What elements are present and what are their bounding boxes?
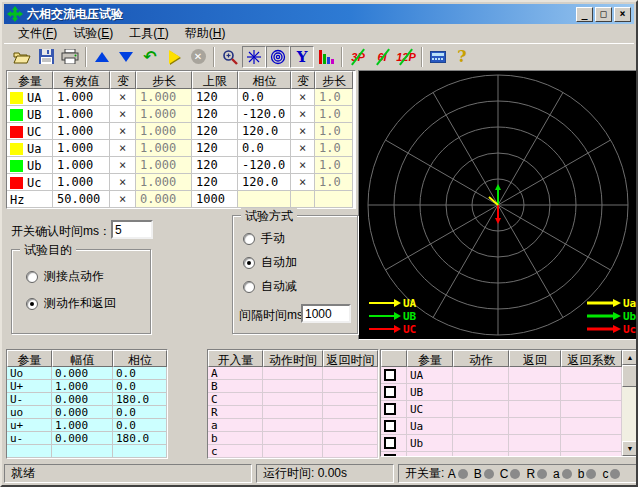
value-cell[interactable]: 1.000 <box>53 140 110 157</box>
vary-toggle-cell[interactable]: × <box>291 89 315 106</box>
table-row: U-0.000180.0 <box>7 393 167 406</box>
interval-input[interactable] <box>301 304 351 323</box>
phasor-view-button[interactable] <box>242 46 266 68</box>
circle-view-button[interactable] <box>266 46 290 68</box>
vary-toggle-cell[interactable]: × <box>291 140 315 157</box>
checkbox[interactable] <box>384 420 396 432</box>
limit-cell[interactable]: 120 <box>192 157 238 174</box>
checkbox[interactable] <box>384 403 396 415</box>
radio-action-return[interactable]: 测动作和返回 <box>26 295 116 312</box>
value-cell[interactable]: 1.000 <box>53 89 110 106</box>
limit-cell[interactable]: 120 <box>192 174 238 191</box>
table-row: a <box>208 419 378 432</box>
table-row: UA 1.000 × 1.000 120 0.0 × 1.0 <box>7 89 355 106</box>
vary-toggle-cell[interactable]: × <box>110 140 136 157</box>
vector-view-button[interactable]: Y <box>290 46 314 68</box>
table-row: A <box>208 367 378 380</box>
value-cell[interactable]: 50.000 <box>53 191 110 208</box>
raise-button[interactable] <box>90 46 114 68</box>
menu-tools[interactable]: 工具(T) <box>121 23 176 44</box>
color-swatch <box>10 126 23 138</box>
menu-test[interactable]: 试验(E) <box>65 23 121 44</box>
checkbox[interactable] <box>384 454 396 457</box>
limit-cell[interactable]: 120 <box>192 89 238 106</box>
mode-12p-button[interactable]: 12P <box>394 46 418 68</box>
vector-y-icon: Y <box>297 48 308 66</box>
vary-toggle-cell[interactable]: × <box>110 191 136 208</box>
mode-3p-button[interactable]: 3P <box>346 46 370 68</box>
limit-cell[interactable]: 120 <box>192 106 238 123</box>
harmonics-button[interactable] <box>314 46 338 68</box>
phase-cell[interactable]: 0.0 <box>238 140 291 157</box>
col-header: 步长 <box>136 71 192 89</box>
checkbox[interactable] <box>384 437 396 449</box>
radio-contact-action[interactable]: 测接点动作 <box>26 268 104 285</box>
step-cell: 1.0 <box>315 157 353 174</box>
step-cell: 1.000 <box>136 106 192 123</box>
scroll-down-button[interactable]: ▼ <box>622 441 638 456</box>
vary-toggle-cell[interactable]: × <box>110 106 136 123</box>
limit-cell[interactable]: 1000 <box>192 191 238 208</box>
limit-cell[interactable]: 120 <box>192 140 238 157</box>
help-button[interactable]: ? <box>450 46 474 68</box>
vary-toggle-cell[interactable]: × <box>110 157 136 174</box>
close-button[interactable]: × <box>614 7 631 22</box>
vary-toggle-cell[interactable]: × <box>291 157 315 174</box>
vary-toggle-cell[interactable]: × <box>110 174 136 191</box>
vary-toggle-cell[interactable]: × <box>291 123 315 140</box>
title-bar[interactable]: 六相交流电压试验 _ □ × <box>4 4 634 24</box>
maximize-button[interactable]: □ <box>595 7 612 22</box>
menu-file[interactable]: 文件(F) <box>10 23 65 44</box>
mode-6i-button[interactable]: 6I <box>370 46 394 68</box>
scroll-up-button[interactable]: ▲ <box>622 350 638 365</box>
radio-auto-increase[interactable]: 自动加 <box>243 254 297 271</box>
phase-cell[interactable]: 120.0 <box>238 174 291 191</box>
undo-button[interactable]: ↶ <box>138 46 162 68</box>
toolbar: ↶ ✕ Y <box>4 43 634 69</box>
parameter-table: 参量 有效值 变 步长 上限 相位 变 步长 UA 1.000 × 1.000 … <box>6 70 356 209</box>
table-row: b <box>208 432 378 445</box>
step-cell: 1.000 <box>136 174 192 191</box>
step-cell: 1.0 <box>315 174 353 191</box>
minimize-button[interactable]: _ <box>576 7 593 22</box>
vary-toggle-cell[interactable]: × <box>110 89 136 106</box>
menu-help[interactable]: 帮助(H) <box>177 23 234 44</box>
param-name-cell: UA <box>7 89 53 106</box>
zoom-button[interactable] <box>218 46 242 68</box>
radio-manual[interactable]: 手动 <box>243 230 285 247</box>
confirm-time-input[interactable] <box>111 220 153 239</box>
interval-label: 间隔时间ms <box>239 307 303 324</box>
vertical-scrollbar[interactable]: ▲ ▼ <box>622 350 638 456</box>
stop-button[interactable]: ✕ <box>186 46 210 68</box>
vary-toggle-cell[interactable]: × <box>110 123 136 140</box>
table-row: Ua 1.000 × 1.000 120 0.0 × 1.0 <box>7 140 355 157</box>
phase-cell[interactable]: 0.0 <box>238 89 291 106</box>
limit-cell[interactable]: 120 <box>192 123 238 140</box>
vary-toggle-cell[interactable]: × <box>291 106 315 123</box>
value-cell[interactable]: 1.000 <box>53 157 110 174</box>
checkbox[interactable] <box>384 386 396 398</box>
radio-auto-decrease[interactable]: 自动减 <box>243 278 297 295</box>
phase-cell[interactable]: 120.0 <box>238 123 291 140</box>
device-button[interactable] <box>426 46 450 68</box>
checkbox[interactable] <box>384 369 396 381</box>
phase-cell[interactable]: -120.0 <box>238 157 291 174</box>
param-name-cell: Hz <box>7 191 53 208</box>
open-button[interactable] <box>10 46 34 68</box>
value-cell[interactable]: 1.000 <box>53 106 110 123</box>
scrollbar-thumb[interactable] <box>622 365 638 387</box>
table-row: UB 1.000 × 1.000 120 -120.0 × 1.0 <box>7 106 355 123</box>
start-button[interactable] <box>162 46 186 68</box>
table-row: UC <box>381 401 622 418</box>
phase-cell[interactable]: -120.0 <box>238 106 291 123</box>
save-button[interactable] <box>34 46 58 68</box>
color-swatch <box>10 143 23 155</box>
print-button[interactable] <box>58 46 82 68</box>
param-name-cell: UB <box>7 106 53 123</box>
table-row: Uo0.0000.0 <box>7 367 167 380</box>
lower-button[interactable] <box>114 46 138 68</box>
3p-icon: 3P <box>351 51 364 63</box>
vary-toggle-cell[interactable]: × <box>291 174 315 191</box>
value-cell[interactable]: 1.000 <box>53 123 110 140</box>
value-cell[interactable]: 1.000 <box>53 174 110 191</box>
